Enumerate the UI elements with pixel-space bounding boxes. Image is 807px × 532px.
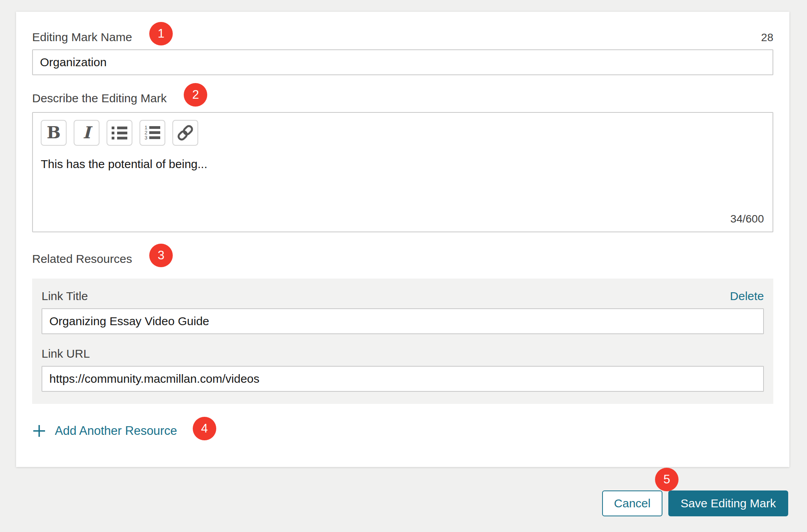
editing-mark-form-card: Editing Mark Name 1 28 Describe the Edit… xyxy=(16,12,789,467)
resource-panel: Link Title Delete Link URL xyxy=(32,279,773,404)
delete-resource-link[interactable]: Delete xyxy=(730,290,764,303)
plus-icon xyxy=(32,424,46,438)
link-title-label: Link Title xyxy=(42,290,88,303)
name-label-row: Editing Mark Name 1 28 xyxy=(32,31,773,46)
bold-icon: B xyxy=(47,125,61,141)
link-button[interactable] xyxy=(172,120,198,146)
unordered-list-icon xyxy=(112,126,127,140)
ordered-list-button[interactable]: 1 2 3 xyxy=(139,120,165,146)
unordered-list-button[interactable] xyxy=(107,120,132,146)
description-label-row: Describe the Editing Mark 2 xyxy=(32,92,773,107)
name-input[interactable] xyxy=(32,49,773,75)
resource-head: Link Title Delete xyxy=(42,290,764,303)
description-step-badge: 2 xyxy=(184,83,207,107)
related-resources-step-badge: 3 xyxy=(149,244,173,267)
name-char-count: 28 xyxy=(761,31,773,44)
save-button[interactable]: Save Editing Mark xyxy=(668,490,788,516)
related-resources-label-row: Related Resources 3 xyxy=(32,252,773,268)
add-resource-row: Add Another Resource 4 xyxy=(32,419,773,443)
add-resource-label: Add Another Resource xyxy=(55,424,177,438)
editor-char-count: 34/600 xyxy=(730,213,764,225)
svg-text:3: 3 xyxy=(145,135,147,140)
link-url-label: Link URL xyxy=(42,347,764,360)
cancel-button[interactable]: Cancel xyxy=(602,490,662,516)
related-resources-label: Related Resources xyxy=(32,252,132,266)
save-step-badge: 5 xyxy=(655,468,679,491)
add-resource-step-badge: 4 xyxy=(193,417,216,440)
description-label: Describe the Editing Mark xyxy=(32,92,166,105)
link-icon xyxy=(177,124,194,141)
bold-button[interactable]: B xyxy=(41,120,67,146)
name-label: Editing Mark Name xyxy=(32,31,132,44)
page: { "colors": { "accent_teal": "#17708a", … xyxy=(0,0,807,532)
name-step-badge: 1 xyxy=(149,22,173,45)
add-resource-button[interactable]: Add Another Resource xyxy=(32,424,177,438)
ordered-list-icon: 1 2 3 xyxy=(145,125,160,140)
editor-toolbar: B I 1 2 3 xyxy=(41,120,765,146)
link-title-input[interactable] xyxy=(42,308,764,334)
rich-text-editor[interactable]: B I 1 2 3 xyxy=(32,112,773,232)
form-actions: 5 Cancel Save Editing Mark xyxy=(0,490,788,516)
editor-text[interactable]: This has the potential of being... xyxy=(41,157,765,171)
italic-button[interactable]: I xyxy=(74,120,100,146)
italic-icon: I xyxy=(83,125,90,141)
link-url-input[interactable] xyxy=(42,366,764,392)
